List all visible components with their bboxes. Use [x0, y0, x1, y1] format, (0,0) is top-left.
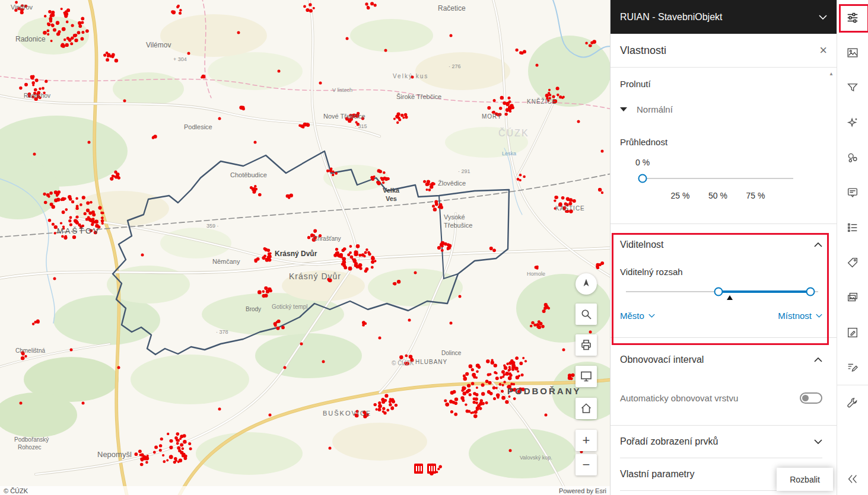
auto-refresh-label: Automaticky obnovovat vrstvu [620, 393, 738, 403]
transparency-tick: 25 % [671, 191, 690, 200]
map-label: Němčany [212, 258, 240, 265]
toggle-knob [802, 395, 809, 401]
properties-tool-button[interactable] [837, 0, 868, 35]
map-label: Račetice [438, 4, 466, 12]
print-button[interactable] [576, 334, 597, 356]
chevron-down-icon [816, 314, 822, 318]
land-area [350, 19, 433, 52]
visibility-label: Viditelnost [620, 239, 664, 250]
effects-tool-button[interactable] [837, 105, 868, 140]
range-indicator [727, 295, 733, 300]
building-dot [284, 366, 287, 369]
app: VintířovRadoniceRadechovVilémovRačeticeM… [0, 0, 868, 495]
map-label: BUŠKOVICE [323, 410, 371, 417]
building-cluster [374, 394, 398, 415]
wrench-icon [846, 397, 859, 410]
editing-tool-button[interactable] [837, 315, 868, 350]
map-label: Třebušice [444, 222, 472, 229]
sliders-icon [846, 11, 859, 24]
tag-icon [846, 256, 859, 269]
zoom-out-button[interactable]: − [576, 454, 597, 475]
building-dot [53, 277, 56, 280]
search-button[interactable] [576, 304, 597, 325]
building-dot [237, 31, 240, 34]
transparency-value: 0 % [635, 158, 822, 167]
land-area [160, 14, 267, 57]
visible-range-slider[interactable] [626, 286, 818, 296]
popups-tool-button[interactable] [837, 175, 868, 210]
map-label: Brody [246, 306, 261, 312]
map-label: Chotěbudice [230, 171, 267, 178]
display-order-header[interactable]: Pořadí zobrazení prvků [620, 426, 822, 458]
transparency-handle[interactable] [638, 174, 647, 183]
utilities-tool-button[interactable] [837, 385, 868, 420]
map-label: Rohozec [18, 444, 41, 451]
building-dot [218, 408, 221, 411]
building-dot [278, 70, 281, 73]
land-area [160, 228, 231, 258]
slider-track[interactable] [643, 178, 793, 179]
layer-selector[interactable]: RUIAN - StavebniObjekt [611, 0, 837, 34]
range-fill [718, 290, 811, 293]
building-dot [187, 52, 190, 55]
transparency-slider[interactable] [643, 173, 793, 184]
building-cluster [393, 113, 408, 124]
auto-refresh-toggle[interactable] [800, 392, 822, 404]
filter-tool-button[interactable] [837, 70, 868, 105]
right-toolbar [837, 0, 868, 495]
range-max-dropdown[interactable]: Místnost [778, 311, 822, 321]
building-cluster [598, 188, 603, 194]
map-label: Velký kus [393, 73, 428, 79]
cluster-icon [846, 151, 859, 164]
map-svg[interactable]: VintířovRadoniceRadechovVilémovRačeticeM… [0, 0, 610, 495]
range-min-dropdown[interactable]: Město [620, 311, 655, 321]
map-label: 359 · [206, 223, 219, 229]
building-dot [254, 141, 257, 144]
style-tool-button[interactable] [837, 35, 868, 70]
land-area [415, 52, 510, 90]
visibility-header[interactable]: Viditelnost [620, 239, 822, 250]
north-arrow-button[interactable] [576, 273, 597, 295]
building-cluster [596, 261, 604, 269]
building-dot [117, 366, 120, 369]
expand-button[interactable]: Rozbalit [777, 468, 833, 491]
building-cluster [152, 135, 157, 139]
building-cluster [201, 75, 205, 79]
aggregation-tool-button[interactable] [837, 140, 868, 175]
image-icon [846, 46, 859, 59]
home-button[interactable] [576, 398, 597, 419]
building-dot [141, 254, 144, 257]
display-button[interactable] [576, 366, 597, 387]
labels-tool-button[interactable] [837, 245, 868, 280]
fields-tool-button[interactable] [837, 210, 868, 245]
building-dot [408, 319, 411, 322]
building-cluster [362, 321, 367, 326]
forms-tool-button[interactable] [837, 350, 868, 385]
refresh-header[interactable]: Obnovovací interval [620, 355, 822, 365]
transparency-ticks: 25 %50 %75 % [643, 191, 793, 201]
building-cluster [365, 2, 376, 9]
range-handle-min[interactable] [714, 288, 723, 296]
blend-dropdown[interactable]: Normální [620, 104, 822, 114]
map-label: Dolince [441, 350, 462, 356]
map-label: ČÚZK [498, 127, 529, 138]
panel-content: Prolnutí Normální Průhlednost 0 % 25 %50… [611, 68, 837, 491]
building-cluster [239, 106, 244, 110]
collapse-panel-button[interactable] [837, 463, 868, 495]
building-icon [414, 464, 423, 474]
visibility-section: Viditelnost Viditelný rozsah Město [620, 224, 822, 321]
search-icon [579, 307, 593, 321]
media-tool-button[interactable] [837, 280, 868, 315]
building-dot [322, 360, 325, 363]
close-icon[interactable]: × [819, 44, 827, 57]
filter-icon [846, 81, 859, 94]
building-cluster [535, 266, 539, 270]
map[interactable]: VintířovRadoniceRadechovVilémovRačeticeM… [0, 0, 610, 495]
zoom-in-button[interactable]: + [576, 430, 597, 451]
map-label: Leska [502, 151, 516, 157]
building-dot [459, 295, 462, 298]
panel-title: Vlastnosti [620, 44, 666, 57]
range-handle-max[interactable] [806, 288, 815, 296]
building-dot [218, 117, 221, 120]
blend-label: Prolnutí [620, 79, 822, 89]
